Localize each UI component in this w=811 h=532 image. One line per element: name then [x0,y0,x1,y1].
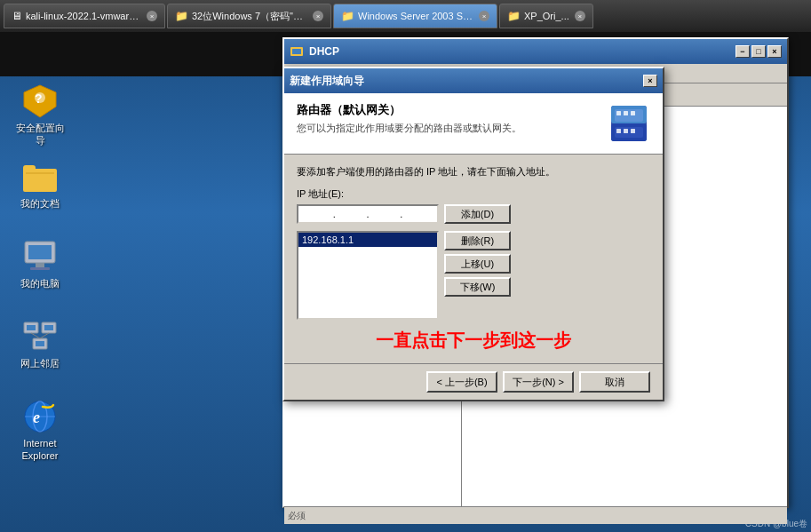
ip-segment-3[interactable] [370,209,401,219]
ip-segment-2[interactable] [336,209,367,219]
cancel-footer-button[interactable]: 取消 [579,371,650,393]
tab-win7[interactable]: 📁 32位Windows 7（密码"12345... × [167,4,331,28]
dhcp-statusbar: 必须 [284,506,787,524]
ip-list[interactable]: 192.168.1.1 [297,231,439,320]
folder-icon: 📁 [507,10,521,22]
dhcp-icon [290,44,304,59]
wizard-body: 要添加客户端使用的路由器的 IP 地址，请在下面输入地址。 IP 地址(E): … [284,155,663,363]
maximize-button[interactable]: □ [751,45,766,58]
tab-kali[interactable]: 🖥 kali-linux-2022.1-vmware-amd64 × [4,4,165,28]
wizard-footer: < 上一步(B) 下一步(N) > 取消 [284,363,663,400]
wizard-window-controls: × [643,75,657,87]
svg-text:e: e [33,409,40,426]
ip-segment-1[interactable] [302,209,333,219]
svg-rect-13 [44,325,53,330]
svg-rect-11 [27,325,36,330]
annotation-text: 一直点击下一步到这一步 [297,329,650,353]
wizard-header-title: 路由器（默认网关） [297,102,599,118]
tab-win2003[interactable]: 📁 Windows Server 2003 Stan... × [333,4,497,28]
dhcp-window-title: DHCP [309,45,339,58]
svg-text:?: ? [35,91,43,106]
back-footer-button[interactable]: < 上一步(B) [426,371,497,393]
taskbar: 🖥 kali-linux-2022.1-vmware-amd64 × 📁 32位… [0,0,811,32]
shield-icon: ? [22,83,58,119]
svg-rect-38 [631,111,635,115]
network-icon[interactable]: 网上邻居 [9,315,71,373]
next-footer-button[interactable]: 下一步(N) > [503,371,574,393]
svg-rect-37 [624,111,628,115]
svg-rect-40 [624,129,628,133]
folder-icon [23,162,57,192]
svg-line-16 [31,333,40,338]
close-button[interactable]: × [767,45,782,58]
svg-rect-8 [36,263,44,267]
close-icon[interactable]: × [575,11,585,21]
my-docs-icon[interactable]: 我的文档 [9,155,71,213]
tab-win7-label: 32位Windows 7（密码"12345... [192,10,307,23]
tab-win2003-label: Windows Server 2003 Stan... [358,11,473,21]
ip-input-box: . . . [297,204,439,224]
my-computer-icon[interactable]: 我的电脑 [9,235,71,293]
svg-rect-23 [292,49,301,54]
computer-icon [23,240,57,274]
ip-segment-4[interactable] [402,209,433,219]
folder-icon: 📁 [341,10,354,22]
svg-line-17 [40,333,49,338]
my-docs-label: 我的文档 [20,197,60,210]
wizard-header-icon [608,102,650,145]
wizard-instruction: 要添加客户端使用的路由器的 IP 地址，请在下面输入地址。 [297,165,650,179]
tab-kali-label: kali-linux-2022.1-vmware-amd64 [26,11,141,21]
svg-rect-15 [36,341,44,346]
ie-icon[interactable]: e InternetExplorer [9,395,71,466]
wizard-header: 路由器（默认网关） 您可以为指定此作用域要分配的路由器或默认网关。 [284,93,663,155]
close-icon[interactable]: × [479,11,489,21]
network-icon [22,321,58,353]
dhcp-titlebar: DHCP − □ × [284,39,787,64]
vm-icon: 🖥 [12,10,22,22]
tab-xp[interactable]: 📁 XP_Ori_... × [499,4,593,28]
folder-icon: 📁 [175,10,188,22]
svg-rect-39 [616,129,621,133]
wizard-header-text: 路由器（默认网关） 您可以为指定此作用域要分配的路由器或默认网关。 [297,102,599,135]
ip-list-item[interactable]: 192.168.1.1 [298,233,437,247]
wizard-title: 新建作用域向导 [290,74,364,89]
wizard-header-desc: 您可以为指定此作用域要分配的路由器或默认网关。 [297,122,599,135]
delete-button[interactable]: 删除(R) [444,231,511,250]
tab-xp-label: XP_Ori_... [524,11,569,21]
security-wizard-icon[interactable]: ? 安全配置向导 [9,80,71,151]
svg-rect-41 [631,129,635,133]
wizard-dialog: 新建作用域向导 × 路由器（默认网关） 您可以为指定此作用域要分配的路由器或默认… [282,67,664,401]
wizard-titlebar: 新建作用域向导 × [284,68,663,93]
ie-icon: e [23,400,57,433]
window-controls: − □ × [735,45,782,58]
close-icon[interactable]: × [313,11,323,21]
statusbar-text: 必须 [288,510,306,522]
security-wizard-label: 安全配置向导 [12,122,68,147]
ip-list-section: 192.168.1.1 删除(R) 上移(U) 下移(W) [297,231,650,320]
up-button[interactable]: 上移(U) [444,254,511,274]
ie-label: InternetExplorer [22,437,59,463]
svg-rect-5 [26,172,54,174]
svg-rect-9 [30,267,50,270]
svg-rect-7 [28,245,52,259]
my-computer-label: 我的电脑 [20,277,60,290]
close-icon[interactable]: × [147,11,157,21]
desktop: 🖥 kali-linux-2022.1-vmware-amd64 × 📁 32位… [0,0,811,532]
ip-field-label: IP 地址(E): [297,187,650,201]
wizard-close-button[interactable]: × [643,75,657,87]
minimize-button[interactable]: − [735,45,750,58]
svg-rect-36 [616,111,621,115]
network-label: 网上邻居 [20,357,60,369]
down-button[interactable]: 下移(W) [444,277,511,297]
list-buttons: 删除(R) 上移(U) 下移(W) [444,231,511,297]
ip-input-row: . . . 添加(D) [297,204,650,224]
add-button[interactable]: 添加(D) [444,204,511,224]
